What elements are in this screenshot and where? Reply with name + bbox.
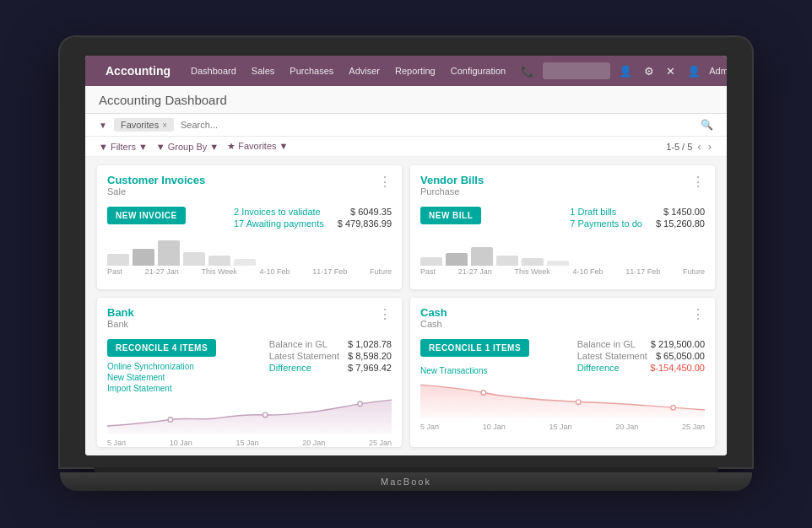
bank-menu[interactable]: ⋮ [378, 306, 392, 322]
nav-configuration[interactable]: Configuration [444, 61, 512, 81]
favorites-chip-close[interactable]: × [162, 121, 167, 130]
top-navigation: Dashboard Sales Purchases Adviser Report… [184, 61, 512, 81]
bar-thisweek [158, 240, 180, 266]
bank-line-chart [107, 393, 392, 435]
customer-invoices-chart-labels: Past 21-27 Jan This Week 4-10 Feb 11-17 … [107, 266, 392, 277]
cash-subtitle: Cash [420, 319, 447, 329]
vendor-bills-chart: Past 21-27 Jan This Week 4-10 Feb 11-17 … [410, 230, 715, 289]
cash-diff-value: $-154,450.00 [650, 363, 705, 373]
customer-invoices-title[interactable]: Customer Invoices [107, 174, 205, 186]
vbar-future [547, 261, 569, 266]
cash-title[interactable]: Cash [420, 306, 447, 319]
admin-label[interactable]: Administrator [709, 66, 727, 76]
bank-label-5jan: 5 Jan [107, 439, 126, 447]
favorites-btn[interactable]: ★ Favorites ▼ [227, 141, 288, 152]
filters-btn[interactable]: ▼ Filters ▼ [99, 142, 148, 152]
favorites-chip[interactable]: Favorites × [114, 118, 174, 132]
vbar-410feb [496, 256, 518, 266]
nav-dashboard[interactable]: Dashboard [184, 61, 243, 81]
bank-latest-value: $ 8,598.20 [348, 351, 392, 361]
vendor-bills-subtitle: Purchase [420, 186, 484, 197]
bar-2127jan [133, 249, 154, 266]
bar-410feb [183, 252, 205, 266]
vbar-2127jan [446, 253, 468, 266]
label-1117feb: 11-17 Feb [312, 267, 347, 276]
nav-purchases[interactable]: Purchases [283, 61, 340, 81]
vbar-1117feb [522, 258, 544, 266]
new-invoice-button[interactable]: NEW INVOICE [107, 207, 186, 224]
cash-label-10jan: 10 Jan [483, 423, 506, 431]
cash-diff-label[interactable]: Difference [577, 363, 620, 373]
new-transactions-link[interactable]: New Transactions [420, 366, 487, 375]
invoices-to-validate-label[interactable]: 2 Invoices to validate [234, 207, 321, 217]
bank-stat-gl: Balance in GL $ 1,028.78 [269, 339, 392, 349]
topbar: Accounting Dashboard Sales Purchases Adv… [85, 56, 727, 86]
svg-point-3 [481, 391, 486, 396]
nav-adviser[interactable]: Adviser [342, 61, 387, 81]
group-by-btn[interactable]: ▼ Group By ▼ [156, 142, 219, 152]
app-logo-grid [94, 64, 97, 78]
nav-sales[interactable]: Sales [245, 61, 282, 81]
import-statement-link[interactable]: Import Statement [107, 384, 216, 393]
bank-stat-diff: Difference $ 7,969.42 [269, 363, 392, 373]
customer-invoices-stats: 2 Invoices to validate $ 6049.35 17 Awai… [234, 207, 392, 230]
next-page-button[interactable]: › [706, 140, 713, 153]
vendor-bills-title[interactable]: Vendor Bills [420, 174, 484, 186]
favorites-chip-label: Favorites [121, 120, 159, 130]
bank-header: Bank Bank ⋮ [97, 298, 402, 334]
topbar-right: 📞 👤 ⚙ ✕ 👤 Administrator [517, 62, 727, 79]
bank-links: Online Synchronization New Statement Imp… [107, 362, 216, 393]
customer-invoices-subtitle: Sale [107, 186, 205, 197]
bank-chart-labels: 5 Jan 10 Jan 15 Jan 20 Jan 25 Jan [97, 439, 402, 447]
new-bill-button[interactable]: NEW BILL [420, 207, 481, 224]
close-icon[interactable]: ✕ [663, 63, 679, 79]
awaiting-payments-label[interactable]: 17 Awaiting payments [234, 218, 324, 229]
new-statement-link[interactable]: New Statement [107, 373, 216, 382]
bank-card: Bank Bank ⋮ RECONCILE 4 ITEMS Online Syn… [97, 298, 402, 447]
cash-menu[interactable]: ⋮ [691, 306, 705, 322]
search-input[interactable] [181, 120, 694, 130]
customer-invoices-header: Customer Invoices Sale ⋮ [97, 165, 402, 202]
vendor-stat-row-1: 1 Draft bills $ 1450.00 [570, 207, 705, 217]
payments-todo-label[interactable]: 7 Payments to do [570, 218, 642, 229]
customer-invoices-menu[interactable]: ⋮ [378, 174, 392, 190]
bank-gl-value: $ 1,028.78 [348, 339, 392, 349]
bank-latest-label: Latest Statement [269, 351, 339, 361]
cash-stat-gl: Balance in GL $ 219,500.00 [577, 339, 705, 349]
bank-title[interactable]: Bank [107, 306, 134, 319]
vendor-bills-menu[interactable]: ⋮ [691, 174, 705, 190]
search-icon[interactable]: 🔍 [701, 119, 713, 131]
online-sync-link[interactable]: Online Synchronization [107, 362, 216, 371]
filter-icon: ▼ [99, 121, 107, 130]
phone-icon[interactable]: 📞 [517, 63, 538, 79]
cash-chart-labels: 5 Jan 10 Jan 15 Jan 20 Jan 25 Jan [410, 423, 715, 431]
draft-bills-label[interactable]: 1 Draft bills [570, 207, 616, 217]
laptop-container: Accounting Dashboard Sales Purchases Adv… [60, 37, 752, 491]
cash-stats: Balance in GL $ 219,500.00 Latest Statem… [577, 339, 705, 374]
topbar-search[interactable] [543, 62, 610, 79]
toolbar-filters: ▼ Filters ▼ ▼ Group By ▼ ★ Favorites ▼ [99, 141, 288, 152]
bank-diff-label[interactable]: Difference [269, 363, 311, 373]
vendor-stat-row-2: 7 Payments to do $ 15,260.80 [570, 218, 705, 229]
cash-stat-latest: Latest Statement $ 65,050.00 [577, 351, 705, 361]
nav-reporting[interactable]: Reporting [388, 61, 442, 81]
stat-row-1: 2 Invoices to validate $ 6049.35 [234, 207, 392, 217]
customer-invoices-card: Customer Invoices Sale ⋮ NEW INVOICE 2 I… [97, 165, 402, 289]
app-name[interactable]: Accounting [106, 64, 171, 78]
pagination-info: 1-5 / 5 [666, 142, 692, 152]
bar-past [107, 254, 129, 266]
bank-diff-value: $ 7,969.42 [348, 363, 392, 373]
svg-point-4 [576, 400, 581, 405]
cash-header: Cash Cash ⋮ [410, 298, 715, 334]
cash-label-15jan: 15 Jan [549, 423, 571, 431]
svg-point-0 [168, 418, 173, 423]
settings-icon[interactable]: ⚙ [641, 63, 658, 79]
bank-gl-label: Balance in GL [269, 339, 328, 349]
reconcile-1-button[interactable]: RECONCILE 1 ITEMS [420, 339, 529, 357]
cash-chart-wrapper [410, 377, 715, 423]
reconcile-4-button[interactable]: RECONCILE 4 ITEMS [107, 339, 216, 357]
label-2127jan: 21-27 Jan [145, 267, 179, 276]
user-circle-icon[interactable]: 👤 [615, 63, 636, 79]
prev-page-button[interactable]: ‹ [696, 140, 702, 153]
bank-stat-latest: Latest Statement $ 8,598.20 [269, 351, 392, 361]
